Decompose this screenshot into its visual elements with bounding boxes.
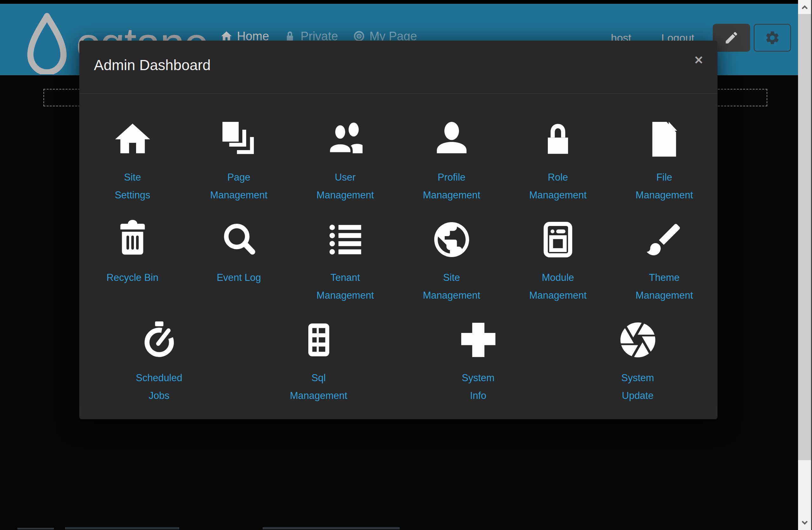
tile-label: Site Settings	[115, 169, 150, 204]
pencil-icon	[724, 30, 739, 45]
chevron-down-icon	[800, 519, 809, 528]
tile-label: System Info	[462, 369, 494, 405]
camera-icon	[617, 319, 659, 361]
tile-label: Role Management	[530, 169, 587, 204]
modal-title: Admin Dashboard	[94, 57, 211, 74]
sql-icon	[298, 319, 340, 361]
tile-label: Event Log	[217, 269, 261, 287]
file-icon	[643, 118, 685, 160]
tile-system-update[interactable]: System Update	[558, 319, 717, 405]
tile-label: Site Management	[423, 269, 480, 304]
lock-icon	[537, 118, 579, 160]
settings-button[interactable]	[754, 24, 791, 52]
tile-row: Recycle Bin Event Log	[79, 219, 717, 304]
list-icon	[324, 219, 366, 260]
timer-icon	[138, 319, 180, 361]
search-icon	[218, 219, 260, 260]
tile-tenant-management[interactable]: Tenant Management	[292, 219, 398, 304]
tile-event-log[interactable]: Event Log	[186, 219, 292, 304]
tile-label: File Management	[636, 169, 693, 204]
tile-module-management[interactable]: Module Management	[505, 219, 611, 304]
person-icon	[431, 118, 473, 160]
tile-label: System Update	[621, 369, 654, 405]
tile-row: Scheduled Jobs Sql	[79, 319, 717, 405]
tile-label: User Management	[317, 169, 374, 204]
gear-icon	[765, 30, 780, 46]
pages-icon	[218, 118, 260, 160]
tile-label: Profile Management	[423, 169, 480, 204]
tile-label: Scheduled Jobs	[136, 369, 183, 405]
clipped-bottom-content	[65, 527, 179, 529]
trash-icon	[112, 219, 154, 260]
modal-body: Site Settings Page Management	[79, 94, 717, 405]
tile-sql-management[interactable]: Sql Management	[239, 319, 398, 405]
scroll-down-button[interactable]	[798, 516, 811, 530]
edit-mode-button[interactable]	[713, 24, 750, 52]
droplet-icon	[23, 13, 71, 74]
tile-label: Recycle Bin	[106, 269, 159, 287]
tile-row: Site Settings Page Management	[79, 118, 717, 204]
tile-label: Module Management	[530, 269, 587, 304]
clipped-bottom-content	[17, 528, 54, 529]
people-icon	[324, 118, 366, 160]
chevron-up-icon	[800, 2, 809, 11]
tile-site-management[interactable]: Site Management	[398, 219, 505, 304]
clipped-bottom-content	[263, 527, 400, 529]
close-icon[interactable]: ✕	[694, 55, 704, 66]
scrollbar-thumb[interactable]	[798, 14, 811, 460]
tile-scheduled-jobs[interactable]: Scheduled Jobs	[79, 319, 239, 405]
tile-file-management[interactable]: File Management	[611, 118, 717, 204]
screen: oqtane Home Private My Page	[0, 0, 812, 530]
tile-label: Page Management	[210, 169, 268, 204]
scroll-up-button[interactable]	[798, 0, 811, 14]
tile-page-management[interactable]: Page Management	[186, 118, 292, 204]
plus-icon	[458, 319, 499, 361]
home-icon	[112, 118, 154, 160]
tile-profile-management[interactable]: Profile Management	[398, 118, 505, 204]
admin-dashboard-modal: Admin Dashboard ✕ Site Settings	[79, 41, 717, 419]
tile-label: Theme Management	[636, 269, 693, 304]
tile-recycle-bin[interactable]: Recycle Bin	[79, 219, 186, 304]
tile-role-management[interactable]: Role Management	[505, 118, 611, 204]
modal-header: Admin Dashboard ✕	[79, 41, 717, 94]
globe-icon	[431, 219, 473, 260]
brush-icon	[643, 219, 685, 260]
top-strip	[0, 0, 798, 4]
tile-system-info[interactable]: System Info	[398, 319, 558, 405]
tile-user-management[interactable]: User Management	[292, 118, 398, 204]
vertical-scrollbar[interactable]	[798, 0, 811, 530]
tile-theme-management[interactable]: Theme Management	[611, 219, 717, 304]
module-icon	[537, 219, 579, 260]
tile-site-settings[interactable]: Site Settings	[79, 118, 186, 204]
tile-label: Sql Management	[290, 369, 347, 405]
tile-label: Tenant Management	[317, 269, 374, 304]
